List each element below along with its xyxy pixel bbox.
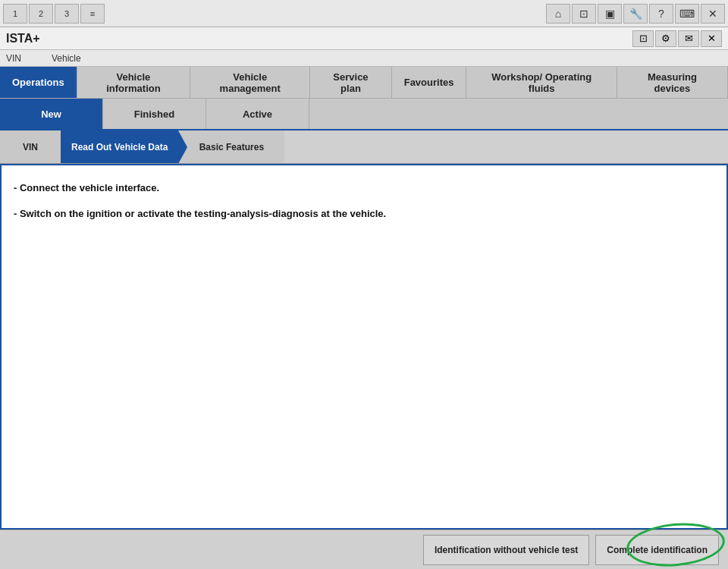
titlebar-close-btn[interactable]: ✕	[701, 4, 725, 24]
btn-2[interactable]: 2	[29, 4, 53, 24]
app-title: ISTA+	[6, 32, 40, 46]
title-bar: 1 2 3 ≡ ⌂ ⊡ ▣ 🔧 ? ⌨ ✕	[0, 0, 728, 27]
keyboard-icon-btn[interactable]: ⌨	[675, 4, 699, 24]
title-left-buttons: 1 2 3 ≡	[3, 4, 105, 24]
content-tab-vin[interactable]: VIN	[0, 130, 61, 163]
title-right-buttons: ⌂ ⊡ ▣ 🔧 ? ⌨ ✕	[546, 4, 725, 24]
gear-icon-btn[interactable]: ⚙	[655, 30, 676, 47]
help-icon-btn[interactable]: ?	[649, 4, 673, 24]
btn-3[interactable]: 3	[55, 4, 79, 24]
vin-label: VIN	[6, 53, 21, 64]
content-nav: VIN Read Out Vehicle Data Basic Features	[0, 130, 728, 164]
mail-icon-btn[interactable]: ✉	[678, 30, 699, 47]
appheader-close-btn[interactable]: ✕	[701, 30, 722, 47]
main-nav-tab-favourites[interactable]: Favourites	[392, 67, 467, 98]
sub-nav-tab-new[interactable]: New	[0, 99, 103, 129]
app-header-buttons: ⊡ ⚙ ✉ ✕	[632, 30, 722, 47]
btn-1[interactable]: 1	[3, 4, 27, 24]
sub-nav-tab-active[interactable]: Active	[206, 99, 309, 129]
main-nav-tab-service-plan[interactable]: Service plan	[310, 67, 391, 98]
sub-nav-tab-finished[interactable]: Finished	[103, 99, 206, 129]
screen-icon-btn[interactable]: ▣	[598, 4, 622, 24]
main-nav-tab-workshop[interactable]: Workshop/ Operating fluids	[466, 67, 617, 98]
identification-without-test-btn[interactable]: Identification without vehicle test	[423, 535, 589, 565]
main-nav-tab-vehicle-mgmt[interactable]: Vehicle management	[190, 67, 310, 98]
app-header: ISTA+ ⊡ ⚙ ✉ ✕	[0, 27, 728, 50]
complete-identification-btn[interactable]: Complete identification	[595, 535, 719, 565]
main-nav: Operations Vehicle information Vehicle m…	[0, 67, 728, 99]
main-nav-tab-operations[interactable]: Operations	[0, 67, 77, 98]
monitor2-icon-btn[interactable]: ⊡	[632, 30, 654, 47]
main-nav-tab-vehicle-info[interactable]: Vehicle information	[77, 67, 191, 98]
wrench-icon-btn[interactable]: 🔧	[623, 4, 648, 24]
bottom-bar: Identification without vehicle test Comp…	[0, 530, 728, 569]
home-icon-btn[interactable]: ⌂	[546, 4, 570, 24]
content-tab-readout[interactable]: Read Out Vehicle Data	[61, 130, 178, 163]
sub-nav: New Finished Active	[0, 99, 728, 130]
vehicle-label: Vehicle	[52, 53, 81, 64]
monitor-icon-btn[interactable]: ⊡	[572, 4, 596, 24]
main-nav-tab-measuring[interactable]: Measuring devices	[617, 67, 728, 98]
list-icon-btn[interactable]: ≡	[80, 4, 105, 24]
content-line-1: - Connect the vehicle interface.	[14, 181, 714, 196]
content-line-2: - Switch on the ignition or activate the…	[14, 206, 714, 222]
content-area: - Connect the vehicle interface. - Switc…	[0, 164, 728, 530]
content-tab-basic[interactable]: Basic Features	[178, 130, 284, 163]
vin-vehicle-row: VIN Vehicle	[0, 50, 728, 67]
